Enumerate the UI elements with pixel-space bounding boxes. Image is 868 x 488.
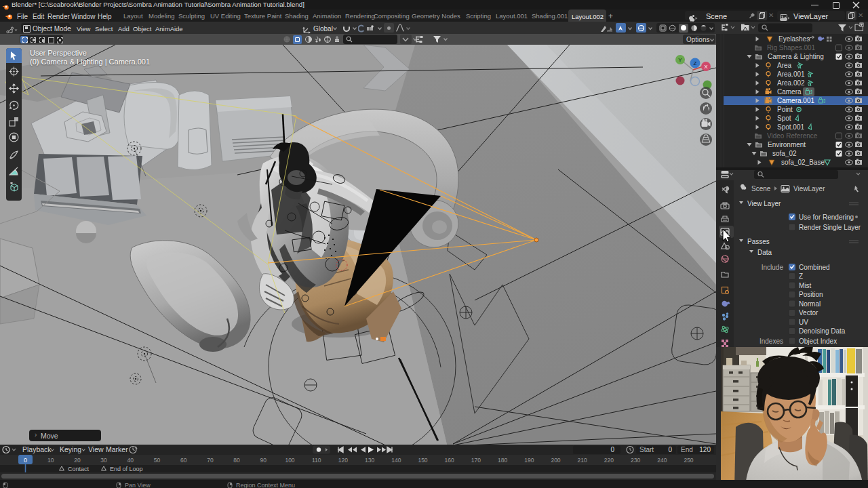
svg-text:Y: Y [678,57,682,63]
svg-text:Z: Z [799,272,803,280]
svg-text:Contact: Contact [68,466,90,472]
svg-text:Rig Shapes.001: Rig Shapes.001 [767,44,816,52]
svg-text:250: 250 [684,457,693,464]
svg-text:Camera & Lighting: Camera & Lighting [768,53,824,60]
svg-text:180: 180 [498,457,507,464]
svg-text:170: 170 [471,457,481,464]
svg-text:Spot.001: Spot.001 [777,123,804,131]
svg-text:Region Context Menu: Region Context Menu [236,482,295,488]
svg-text:Camera.001: Camera.001 [777,97,814,104]
svg-text:160: 160 [445,457,454,464]
svg-text:40: 40 [127,457,134,464]
svg-text:Area.001: Area.001 [777,70,805,78]
svg-text:Point: Point [777,106,793,113]
svg-text:Start: Start [639,446,654,453]
svg-text:120: 120 [338,457,348,464]
svg-text:Area: Area [777,62,792,69]
svg-text:End of Loop: End of Loop [110,466,143,472]
svg-text:60: 60 [180,457,187,464]
svg-text:Vector: Vector [799,309,818,317]
svg-text:50: 50 [154,457,161,464]
svg-text:Video Reference: Video Reference [767,132,818,140]
svg-text:Object Index: Object Index [799,338,837,345]
svg-text:70: 70 [207,457,214,464]
svg-text:Z: Z [694,60,697,66]
svg-text:220: 220 [604,457,614,464]
svg-text:200: 200 [551,457,560,464]
svg-text:View Layer: View Layer [747,200,781,207]
svg-text:150: 150 [418,457,427,464]
svg-text:30: 30 [100,457,107,464]
svg-text:0: 0 [668,446,672,453]
svg-text:Denoising Data: Denoising Data [799,327,846,335]
svg-text:Use for Rendering: Use for Rendering [799,214,854,221]
svg-text:230: 230 [631,457,640,464]
svg-text:Include: Include [762,264,784,271]
svg-text:ViewLayer: ViewLayer [793,185,825,192]
svg-text:sofa_02: sofa_02 [772,150,797,157]
svg-text:Indexes: Indexes [760,338,783,345]
svg-text:Spot: Spot [777,115,791,122]
svg-text:90: 90 [260,457,267,464]
svg-text:140: 140 [391,457,401,464]
svg-text:Camera: Camera [777,88,802,96]
svg-text:110: 110 [312,457,321,464]
svg-text:Combined: Combined [799,264,830,271]
svg-text:View: View [88,445,104,453]
svg-text:Position: Position [799,291,823,298]
svg-text:0: 0 [610,446,614,453]
svg-text:Eyelashes: Eyelashes [778,35,810,43]
svg-text:Environment: Environment [768,141,806,148]
svg-text:120: 120 [699,446,711,453]
svg-text:Keying: Keying [60,445,81,453]
svg-text:210: 210 [578,457,587,464]
svg-text:Mist: Mist [799,282,812,289]
svg-text:80: 80 [233,457,240,464]
svg-text:130: 130 [365,457,374,464]
svg-text:100: 100 [285,457,294,464]
svg-text:0: 0 [24,457,27,464]
svg-text:Area.002: Area.002 [777,79,805,87]
svg-text:X: X [704,64,708,70]
svg-text:Pan View: Pan View [125,482,151,488]
svg-text:20: 20 [74,457,81,464]
svg-text:UV: UV [799,319,808,326]
svg-text:Marker: Marker [106,445,128,453]
svg-text:190: 190 [524,457,534,464]
svg-text:Data: Data [757,249,772,256]
svg-text:Scene: Scene [751,185,771,192]
svg-text:10: 10 [47,457,54,464]
svg-text:Passes: Passes [747,238,770,245]
svg-text:Normal: Normal [799,300,821,308]
svg-text:sofa_02_Base: sofa_02_Base [781,159,825,166]
svg-text:240: 240 [657,457,667,464]
svg-text:Playback: Playback [22,445,52,453]
svg-text:Render Single Layer: Render Single Layer [799,224,861,231]
svg-text:End: End [681,446,693,453]
